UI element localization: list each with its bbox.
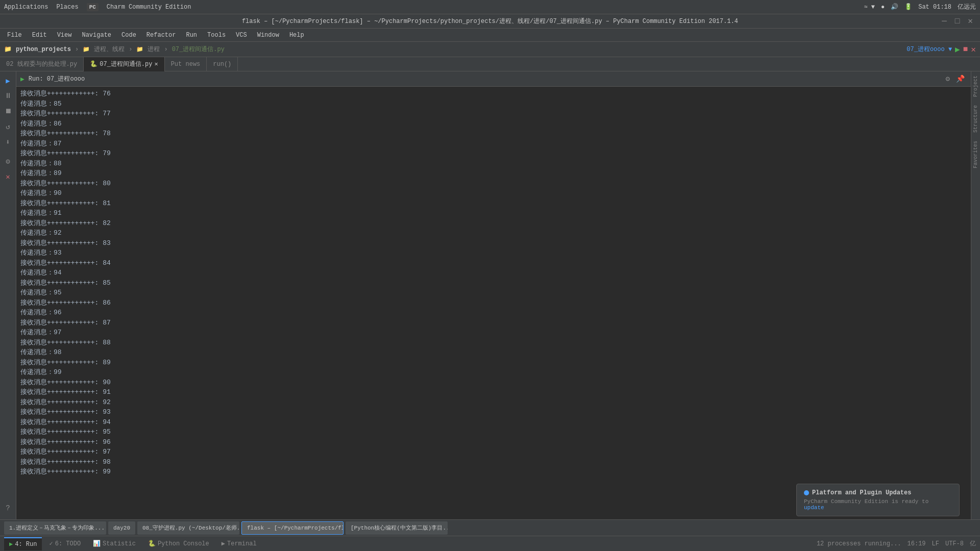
taskbar-item-5[interactable]: [Python核心编程(中文第二版)李目... — [346, 521, 448, 535]
processes-status: 12 processes running... — [817, 540, 901, 547]
output-line: 接收消息++++++++++++: 96 — [20, 437, 967, 447]
places-menu[interactable]: Places — [56, 4, 78, 11]
output-area[interactable]: 接收消息++++++++++++: 76传递消息：85接收消息+++++++++… — [16, 87, 971, 519]
taskbar-item-2[interactable]: day20 — [108, 521, 135, 535]
help-action-icon[interactable]: ? — [1, 501, 15, 515]
battery-icon: 🔋 — [904, 3, 912, 11]
stop-button[interactable]: ■ — [963, 45, 968, 54]
output-line: 传递消息：93 — [20, 248, 967, 258]
applications-menu[interactable]: Applications — [4, 4, 48, 11]
tab-file4[interactable]: run() — [207, 57, 238, 71]
output-line: 接收消息++++++++++++: 82 — [20, 218, 967, 229]
menu-vcs[interactable]: VCS — [233, 31, 250, 40]
tab-run[interactable]: ▶ 4: Run — [4, 537, 42, 550]
tab-file1[interactable]: 02 线程委与的批处理.py — [0, 57, 84, 71]
output-line: 接收消息++++++++++++: 93 — [20, 407, 967, 417]
run-panel: ▶ Run: 07_进程oooo ⚙ 📌 接收消息++++++++++++: 7… — [16, 71, 971, 519]
pin-run-icon[interactable]: 📌 — [954, 73, 967, 84]
run-action-icon[interactable]: ▶ — [1, 73, 15, 88]
pause-action-icon[interactable]: ⏸ — [1, 89, 15, 103]
restart-action-icon[interactable]: ↺ — [1, 119, 15, 134]
output-line: 接收消息++++++++++++: 88 — [20, 338, 967, 348]
extra-status: 亿 — [970, 539, 976, 548]
notification-title: Platform and Plugin Updates — [804, 489, 952, 496]
tab-close-icon[interactable]: ✕ — [154, 60, 158, 68]
output-line: 传递消息：98 — [20, 347, 967, 358]
tab-file4-label: run() — [213, 61, 231, 68]
output-line: 接收消息++++++++++++: 77 — [20, 109, 967, 119]
run-button[interactable]: ▶ — [955, 44, 960, 55]
run-config-label: Run: 07_进程oooo — [29, 74, 85, 83]
output-line: 传递消息：88 — [20, 159, 967, 169]
user-label: 亿远元 — [958, 3, 976, 11]
tab-python-console[interactable]: 🐍 Python Console — [143, 537, 214, 550]
output-line: 接收消息++++++++++++: 80 — [20, 179, 967, 189]
breadcrumb-item1[interactable]: 进程、线程 — [94, 45, 125, 54]
taskbar: 1.进程定义－马克飞象－专为印象... day20 08_守护进程.py (~/… — [0, 519, 980, 536]
network-icon: ● — [881, 4, 885, 11]
close-run-button[interactable]: ✕ — [971, 44, 976, 55]
tab-statistic[interactable]: 📊 Statistic — [88, 537, 141, 550]
tab-file2[interactable]: 🐍 07_进程间通信.py ✕ — [84, 57, 164, 71]
left-sidebar: ▶ ⏸ ⏹ ↺ ⬇ ⚙ ✕ ? — [0, 71, 16, 519]
menu-file[interactable]: File — [4, 31, 25, 40]
output-line: 接收消息++++++++++++: 94 — [20, 417, 967, 428]
maximize-button[interactable]: □ — [952, 14, 963, 29]
taskbar-item-1[interactable]: 1.进程定义－马克飞象－专为印象... — [4, 521, 106, 535]
run-tab-icon: ▶ — [9, 540, 13, 548]
project-panel-label[interactable]: Project — [972, 71, 979, 101]
close-button[interactable]: ✕ — [965, 14, 976, 29]
menu-window[interactable]: Window — [254, 31, 282, 40]
status-time: 16:19 — [908, 540, 926, 547]
output-line: 接收消息++++++++++++: 97 — [20, 447, 967, 457]
taskbar-item-4[interactable]: flask – [~/PycharmProjects/flask]... — [241, 521, 344, 535]
terminal-label: Terminal — [227, 540, 257, 547]
settings-run-icon[interactable]: ⚙ — [944, 73, 952, 84]
output-line: 传递消息：94 — [20, 268, 967, 278]
tab-bar: 02 线程委与的批处理.py 🐍 07_进程间通信.py ✕ Put news … — [0, 57, 980, 71]
todo-tab-label: 6: TODO — [55, 540, 81, 547]
taskbar-item-3[interactable]: 08_守护进程.py (~/Desktop/老师... — [137, 521, 239, 535]
run-toolbar-right: 07_进程oooo ▼ ▶ ■ ✕ — [906, 44, 976, 55]
notification-dot — [804, 490, 809, 495]
menu-run[interactable]: Run — [183, 31, 200, 40]
minimize-button[interactable]: ─ — [939, 14, 950, 29]
notification-update-link[interactable]: update — [804, 505, 824, 511]
breadcrumb-sep2: › — [129, 46, 132, 53]
todo-tab-icon: ✓ — [49, 540, 53, 547]
tab-file3[interactable]: Put news — [165, 57, 207, 71]
system-tray: ≈ ▼ ● 🔊 🔋 Sat 01:18 亿远元 — [864, 3, 976, 11]
favorites-panel-label[interactable]: Favorites — [972, 137, 979, 172]
menu-edit[interactable]: Edit — [29, 31, 50, 40]
menu-navigate[interactable]: Navigate — [79, 31, 114, 40]
structure-panel-label[interactable]: Structure — [972, 101, 979, 137]
output-line: 传递消息：91 — [20, 208, 967, 218]
menu-tools[interactable]: Tools — [204, 31, 229, 40]
menu-bar: File Edit View Navigate Code Refactor Ru… — [0, 29, 980, 42]
menu-help[interactable]: Help — [286, 31, 307, 40]
sound-icon: 🔊 — [891, 3, 898, 11]
tab-terminal[interactable]: ▶ Terminal — [216, 537, 262, 550]
menu-code[interactable]: Code — [118, 31, 139, 40]
output-line: 传递消息：96 — [20, 308, 967, 318]
current-file[interactable]: 07_进程间通信.py — [172, 45, 225, 54]
tab-todo[interactable]: ✓ 6: TODO — [44, 537, 86, 550]
step-down-icon[interactable]: ⬇ — [1, 135, 15, 149]
menu-view[interactable]: View — [54, 31, 75, 40]
menu-refactor[interactable]: Refactor — [143, 31, 179, 40]
encoding: UTF-8 — [945, 540, 964, 547]
output-line: 接收消息++++++++++++: 85 — [20, 278, 967, 288]
breadcrumb-item2[interactable]: 进程 — [148, 45, 160, 54]
output-line: 传递消息：90 — [20, 188, 967, 198]
output-line: 传递消息：86 — [20, 119, 967, 129]
remove-icon[interactable]: ✕ — [1, 169, 15, 184]
run-status-icon: ▶ — [20, 75, 24, 83]
window-controls[interactable]: ─ □ ✕ — [939, 14, 976, 29]
kbd-icon: ≈ ▼ — [864, 4, 875, 11]
run-config-dropdown[interactable]: 07_进程oooo ▼ — [906, 45, 952, 54]
project-name[interactable]: python_projects — [16, 46, 71, 53]
settings-action-icon[interactable]: ⚙ — [1, 154, 15, 168]
stop-action-icon[interactable]: ⏹ — [1, 104, 15, 118]
line-ending: LF — [932, 540, 939, 547]
output-line: 接收消息++++++++++++: 76 — [20, 89, 967, 99]
